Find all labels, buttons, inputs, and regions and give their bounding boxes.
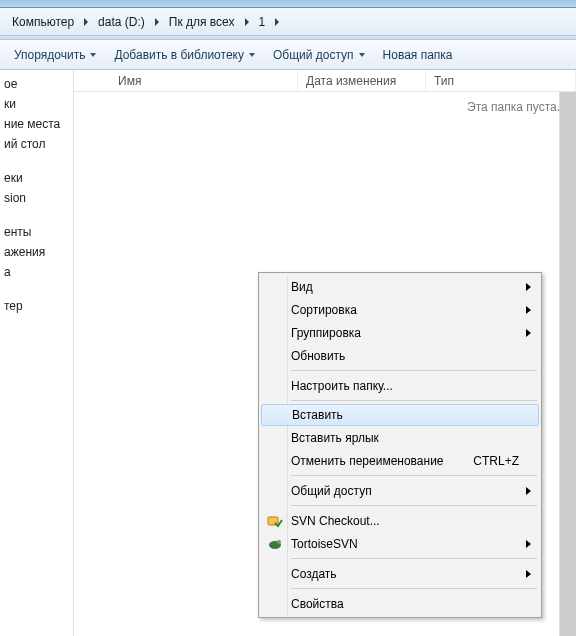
breadcrumb: Компьютер data (D:) Пк для всех 1 <box>0 8 576 36</box>
menu-item-paste-shortcut[interactable]: Вставить ярлык <box>261 426 539 449</box>
sidebar-item[interactable]: ажения <box>4 242 73 262</box>
toolbar-label: Общий доступ <box>273 48 354 62</box>
menu-separator <box>291 400 537 401</box>
menu-item-refresh[interactable]: Обновить <box>261 344 539 367</box>
chevron-down-icon <box>359 53 365 57</box>
menu-item-new[interactable]: Создать <box>261 562 539 585</box>
tortoisesvn-icon <box>267 536 283 552</box>
breadcrumb-item-drive[interactable]: data (D:) <box>92 8 151 35</box>
chevron-right-icon <box>526 306 531 314</box>
window-titlebar <box>0 0 576 8</box>
toolbar-label: Новая папка <box>383 48 453 62</box>
chevron-down-icon <box>90 53 96 57</box>
sidebar-item[interactable]: ние места <box>4 114 73 134</box>
chevron-right-icon[interactable] <box>84 18 88 26</box>
add-to-library-button[interactable]: Добавить в библиотеку <box>106 44 263 66</box>
scrollbar-thumb[interactable] <box>560 92 576 636</box>
organize-button[interactable]: Упорядочить <box>6 44 104 66</box>
chevron-right-icon[interactable] <box>275 18 279 26</box>
menu-separator <box>291 370 537 371</box>
menu-item-tortoisesvn[interactable]: TortoiseSVN <box>261 532 539 555</box>
column-header-type[interactable]: Тип <box>426 70 576 91</box>
empty-folder-message: Эта папка пуста. <box>467 100 560 114</box>
sidebar-item[interactable]: а <box>4 262 73 282</box>
breadcrumb-label: Компьютер <box>12 15 74 29</box>
chevron-right-icon <box>526 570 531 578</box>
menu-item-properties[interactable]: Свойства <box>261 592 539 615</box>
sidebar-item[interactable]: енты <box>4 222 73 242</box>
context-menu: Вид Сортировка Группировка Обновить Наст… <box>258 272 542 618</box>
sidebar-item[interactable]: тер <box>4 296 73 316</box>
vertical-scrollbar[interactable] <box>559 92 576 636</box>
menu-shortcut: CTRL+Z <box>473 454 539 468</box>
toolbar: Упорядочить Добавить в библиотеку Общий … <box>0 40 576 70</box>
menu-item-group[interactable]: Группировка <box>261 321 539 344</box>
breadcrumb-label: Пк для всех <box>169 15 235 29</box>
sidebar-item[interactable]: ки <box>4 94 73 114</box>
breadcrumb-item-folder2[interactable]: 1 <box>253 8 272 35</box>
sidebar-item[interactable]: ий стол <box>4 134 73 154</box>
menu-item-share[interactable]: Общий доступ <box>261 479 539 502</box>
toolbar-label: Добавить в библиотеку <box>114 48 244 62</box>
chevron-right-icon[interactable] <box>155 18 159 26</box>
menu-item-svn-checkout[interactable]: SVN Checkout... <box>261 509 539 532</box>
menu-item-undo[interactable]: Отменить переименованиеCTRL+Z <box>261 449 539 472</box>
column-headers: Имя Дата изменения Тип <box>74 70 576 92</box>
menu-separator <box>291 505 537 506</box>
chevron-down-icon <box>249 53 255 57</box>
nav-sidebar: оекиние местаий столекиsionентыаженияате… <box>0 70 74 636</box>
breadcrumb-label: data (D:) <box>98 15 145 29</box>
breadcrumb-item-folder1[interactable]: Пк для всех <box>163 8 241 35</box>
share-button[interactable]: Общий доступ <box>265 44 373 66</box>
menu-separator <box>291 475 537 476</box>
column-header-date[interactable]: Дата изменения <box>298 70 426 91</box>
chevron-right-icon <box>526 540 531 548</box>
column-header-name[interactable]: Имя <box>74 70 298 91</box>
menu-item-sort[interactable]: Сортировка <box>261 298 539 321</box>
sidebar-item[interactable]: sion <box>4 188 73 208</box>
chevron-right-icon <box>526 329 531 337</box>
chevron-right-icon <box>526 283 531 291</box>
menu-item-customize[interactable]: Настроить папку... <box>261 374 539 397</box>
menu-item-view[interactable]: Вид <box>261 275 539 298</box>
svn-checkout-icon <box>267 513 283 529</box>
chevron-right-icon <box>526 487 531 495</box>
menu-item-paste[interactable]: Вставить <box>261 404 539 426</box>
breadcrumb-label: 1 <box>259 15 266 29</box>
new-folder-button[interactable]: Новая папка <box>375 44 461 66</box>
breadcrumb-item-computer[interactable]: Компьютер <box>6 8 80 35</box>
chevron-right-icon[interactable] <box>245 18 249 26</box>
svg-point-2 <box>277 540 281 544</box>
menu-separator <box>291 558 537 559</box>
sidebar-item[interactable]: еки <box>4 168 73 188</box>
toolbar-label: Упорядочить <box>14 48 85 62</box>
sidebar-item[interactable]: ое <box>4 74 73 94</box>
menu-separator <box>291 588 537 589</box>
